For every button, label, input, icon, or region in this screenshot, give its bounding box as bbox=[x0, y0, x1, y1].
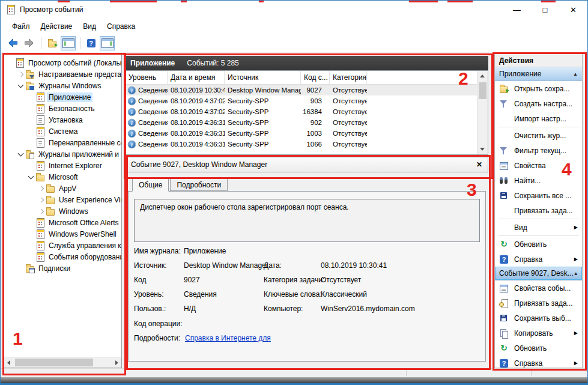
log-icon bbox=[35, 127, 45, 136]
scrollbar-thumb[interactable] bbox=[15, 359, 93, 366]
action-item[interactable]: Привязать зада... bbox=[495, 203, 582, 218]
action-label: Справка bbox=[514, 255, 542, 264]
action-item[interactable]: Найти... bbox=[495, 173, 582, 188]
table-row[interactable]: Сведения08.10.2019 4:36:31Security-SPP10… bbox=[126, 128, 488, 139]
action-item[interactable]: Открыть сохра... bbox=[495, 81, 582, 96]
tree-item[interactable]: Журналы приложений и сл bbox=[4, 148, 121, 160]
info-icon bbox=[128, 140, 136, 148]
scroll-up-arrow[interactable] bbox=[477, 71, 488, 81]
action-item[interactable]: Привязать зада... bbox=[495, 296, 582, 311]
action-item[interactable]: Сохранить выб... bbox=[495, 311, 582, 326]
menu-item[interactable]: Справка bbox=[102, 20, 141, 32]
tree-item[interactable]: Установка bbox=[4, 114, 121, 126]
action-item[interactable]: Справка▶ bbox=[495, 252, 582, 267]
action-item[interactable]: Копировать▶ bbox=[495, 326, 582, 341]
minimize-button[interactable]: — bbox=[503, 1, 531, 19]
tree-item[interactable]: Приложение bbox=[4, 91, 121, 103]
column-header[interactable]: Код с... bbox=[301, 71, 330, 84]
tree-item[interactable]: Internet Explorer bbox=[4, 160, 121, 171]
collapse-icon[interactable]: ▲ bbox=[573, 71, 578, 77]
action-item[interactable]: Справка▶ bbox=[495, 356, 582, 368]
table-row[interactable]: Сведения08.10.2019 4:36:31Security-SPP10… bbox=[126, 139, 488, 150]
field-value: Приложение bbox=[184, 247, 226, 255]
column-header[interactable]: Источник bbox=[225, 71, 301, 84]
help-button[interactable] bbox=[83, 36, 99, 50]
tree-item[interactable]: Просмотр событий (Локальнь bbox=[4, 57, 121, 68]
tree-item-label: Windows bbox=[57, 207, 90, 216]
column-header[interactable]: Дата и время bbox=[168, 71, 225, 84]
open-folder-overlay bbox=[506, 89, 509, 92]
chevron-collapsed-icon[interactable] bbox=[37, 184, 46, 193]
tree-item[interactable]: Система bbox=[4, 126, 121, 137]
action-item[interactable]: Фильтр текущ... bbox=[495, 143, 582, 158]
menu-item[interactable]: Файл bbox=[7, 20, 35, 32]
action-item[interactable]: Вид▶ bbox=[495, 220, 582, 235]
action-item[interactable]: Обновить bbox=[495, 237, 582, 252]
folder-icon bbox=[46, 207, 55, 216]
forward-button[interactable] bbox=[22, 36, 37, 50]
tree-item[interactable]: Перенаправленные соб bbox=[4, 137, 121, 148]
tree-item[interactable]: Настраиваемые представле bbox=[4, 68, 121, 80]
table-row[interactable]: Сведения08.10.2019 4:37:02Security-SPP16… bbox=[126, 106, 488, 117]
chevron-expanded-icon[interactable] bbox=[17, 82, 25, 90]
menu-item[interactable]: Вид bbox=[77, 20, 102, 32]
chevron-collapsed-icon[interactable] bbox=[17, 70, 25, 79]
show-saved-log-button[interactable] bbox=[44, 36, 59, 50]
tree-item-label: Microsoft Office Alerts bbox=[47, 218, 120, 228]
menu-item[interactable]: Действие bbox=[35, 20, 78, 32]
scroll-left-arrow[interactable] bbox=[4, 357, 14, 368]
action-item[interactable]: Обновить bbox=[495, 341, 582, 356]
tree-item[interactable]: AppV bbox=[4, 183, 121, 194]
tree-item[interactable]: Журналы Windows bbox=[4, 80, 121, 91]
scroll-right-arrow[interactable] bbox=[111, 357, 121, 368]
action-section-header[interactable]: Событие 9027, Desk...▲ bbox=[495, 267, 582, 280]
tree-item[interactable]: Служба управления клю bbox=[4, 240, 121, 251]
action-item[interactable]: Импорт настр... bbox=[495, 111, 582, 126]
tab-general[interactable]: Общие bbox=[132, 177, 169, 192]
tree-item[interactable]: Подписки bbox=[4, 262, 121, 274]
tree-item[interactable]: События оборудования bbox=[4, 251, 121, 262]
tree-item[interactable]: Microsoft Office Alerts bbox=[4, 217, 121, 228]
help-link[interactable]: Справка в Интернете для bbox=[185, 334, 271, 342]
tree-item[interactable]: Безопасность bbox=[4, 103, 121, 114]
maximize-button[interactable]: □ bbox=[531, 1, 559, 19]
back-button[interactable] bbox=[5, 36, 20, 50]
action-section-header[interactable]: Приложение▲ bbox=[495, 67, 582, 81]
column-header[interactable]: Категория... bbox=[330, 71, 367, 84]
tree-horizontal-scrollbar[interactable] bbox=[4, 357, 121, 368]
chevron-collapsed-icon[interactable] bbox=[37, 207, 46, 216]
action-pane-toggle-button[interactable] bbox=[100, 36, 115, 50]
table-row[interactable]: Сведения08.10.2019 4:36:31Security-SPP90… bbox=[126, 117, 488, 128]
chevron-spacer bbox=[27, 253, 35, 261]
collapse-icon[interactable]: ▲ bbox=[574, 271, 578, 276]
tab-details[interactable]: Подробности bbox=[170, 178, 228, 191]
table-row[interactable]: Сведения08.10.2019 10:30:41Desktop Windo… bbox=[126, 85, 488, 95]
action-item[interactable]: Свойства bbox=[495, 158, 582, 173]
status-divider bbox=[531, 370, 532, 376]
action-label: Обновить bbox=[514, 344, 547, 353]
tree-item[interactable]: Microsoft bbox=[4, 171, 121, 183]
scrollbar-thumb[interactable] bbox=[479, 82, 486, 99]
chevron-expanded-icon[interactable] bbox=[27, 173, 35, 181]
console-tree-toggle-button[interactable] bbox=[61, 36, 76, 50]
action-label: Свойства bbox=[514, 162, 546, 170]
action-item[interactable]: Очистить жур... bbox=[495, 128, 582, 143]
level-label: Сведения bbox=[138, 97, 168, 105]
chevron-expanded-icon[interactable] bbox=[17, 150, 25, 159]
event-list-vertical-scrollbar[interactable] bbox=[477, 71, 488, 154]
action-item[interactable]: Сохранить все ... bbox=[495, 188, 582, 203]
chevron-collapsed-icon[interactable] bbox=[37, 196, 46, 204]
action-item[interactable]: Свойства собы... bbox=[495, 280, 582, 296]
action-item[interactable]: Создать настра... bbox=[495, 96, 582, 111]
column-header[interactable]: Уровень bbox=[126, 71, 168, 84]
folder-filter-icon bbox=[25, 70, 35, 79]
tree-item[interactable]: User Experience Virtua bbox=[4, 194, 121, 205]
action-label: Справка bbox=[514, 359, 542, 368]
table-row[interactable]: Сведения08.10.2019 4:37:02Security-SPP90… bbox=[126, 95, 488, 106]
tree-item[interactable]: Windows PowerShell bbox=[4, 228, 121, 240]
tree-item[interactable]: Windows bbox=[4, 205, 121, 217]
close-preview-icon[interactable]: ✕ bbox=[476, 160, 482, 169]
scroll-down-arrow[interactable] bbox=[477, 144, 488, 154]
close-button[interactable]: ✕ bbox=[559, 1, 587, 19]
chevron-spacer bbox=[27, 219, 35, 227]
